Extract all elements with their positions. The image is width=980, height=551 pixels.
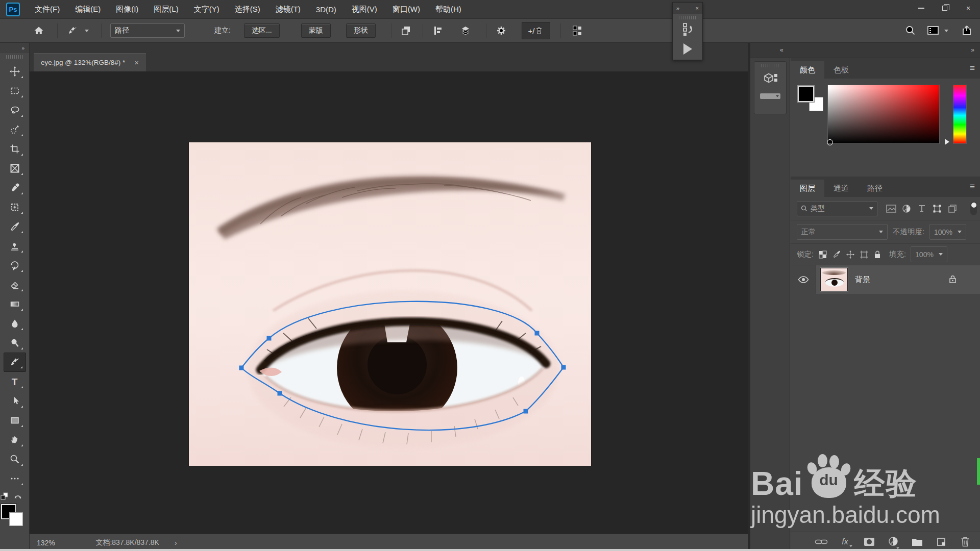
crop-tool[interactable]	[4, 139, 26, 159]
menu-window[interactable]: 窗口(W)	[385, 0, 428, 19]
layer-lock-badge[interactable]	[949, 275, 957, 285]
filter-shape-layers-icon[interactable]	[929, 201, 945, 216]
tab-swatches[interactable]: 色板	[824, 61, 858, 79]
hand-tool[interactable]	[4, 430, 26, 449]
zoom-tool[interactable]	[4, 449, 26, 469]
layer-thumbnail[interactable]	[820, 268, 848, 291]
path-operations-button[interactable]	[398, 19, 414, 42]
pen-tool[interactable]	[4, 353, 26, 372]
floating-panel-close[interactable]: ×	[696, 5, 699, 11]
layer-style-icon[interactable]: fx	[839, 535, 852, 548]
close-button[interactable]: ×	[957, 0, 980, 16]
panel-grip[interactable]	[679, 16, 696, 19]
delete-layer-icon[interactable]	[959, 535, 972, 548]
path-anchor-points[interactable]	[239, 331, 566, 414]
pen-settings-button[interactable]	[493, 19, 509, 42]
filter-toggle[interactable]	[970, 202, 977, 215]
lock-artboard-icon[interactable]	[860, 250, 869, 259]
panel-grip[interactable]	[762, 64, 779, 67]
quick-selection-tool[interactable]	[4, 120, 26, 139]
hue-slider[interactable]	[953, 85, 967, 144]
lock-all-icon[interactable]	[873, 250, 881, 259]
dodge-tool[interactable]	[4, 333, 26, 353]
panel-menu-icon[interactable]: ≡	[970, 182, 975, 192]
make-selection-button[interactable]: 选区...	[244, 23, 280, 38]
edit-toolbar-button[interactable]	[4, 469, 26, 488]
clone-stamp-tool[interactable]	[4, 236, 26, 256]
3d-panel-icon[interactable]	[762, 71, 779, 88]
lock-pixels-icon[interactable]	[832, 250, 841, 259]
eyedropper-tool[interactable]	[4, 178, 26, 197]
add-layer-mask-icon[interactable]	[863, 535, 876, 548]
hue-slider-arrow[interactable]	[945, 139, 949, 145]
pen-tool-preset[interactable]	[64, 19, 89, 42]
lock-transparency-icon[interactable]	[818, 250, 827, 259]
menu-image[interactable]: 图像(I)	[108, 0, 146, 19]
frame-tool[interactable]	[4, 159, 26, 178]
tab-color[interactable]: 颜色	[791, 61, 824, 79]
collapsed-panel-dropdown[interactable]	[760, 93, 780, 99]
history-brush-tool[interactable]	[4, 256, 26, 275]
link-layers-icon[interactable]	[815, 535, 828, 548]
toolbar-grip[interactable]	[6, 55, 23, 59]
play-icon[interactable]	[683, 43, 692, 55]
menu-type[interactable]: 文字(Y)	[186, 0, 227, 19]
restore-states-icon[interactable]	[680, 21, 695, 38]
selected-layer[interactable]: 背景	[816, 265, 980, 294]
layer-visibility-toggle[interactable]	[791, 265, 816, 294]
document-tab-close[interactable]: ×	[134, 58, 139, 67]
path-alignment-button[interactable]	[430, 19, 446, 42]
menu-help[interactable]: 帮助(H)	[428, 0, 469, 19]
menu-filter[interactable]: 滤镜(T)	[268, 0, 308, 19]
layer-row-background[interactable]: 背景	[791, 265, 980, 294]
menu-select[interactable]: 选择(S)	[227, 0, 268, 19]
workspace-switcher[interactable]	[925, 19, 948, 42]
healing-brush-tool[interactable]	[4, 197, 26, 217]
path-arrangement-button[interactable]	[457, 19, 474, 42]
tab-layers[interactable]: 图层	[791, 180, 824, 197]
lasso-tool[interactable]	[4, 101, 26, 120]
default-colors-icon[interactable]	[0, 492, 9, 502]
search-button[interactable]	[902, 19, 919, 42]
document-info[interactable]: 文档:837.8K/837.8K ›	[72, 538, 200, 547]
home-button[interactable]	[31, 19, 47, 42]
document-tab[interactable]: eye.jpg @ 132%(RGB/8#) * ×	[34, 53, 146, 71]
filter-pixel-layers-icon[interactable]	[884, 201, 899, 216]
status-expand-chevron[interactable]: ›	[175, 539, 177, 547]
pen-path-overlay[interactable]	[189, 142, 591, 466]
menu-view[interactable]: 视图(V)	[344, 0, 385, 19]
auto-add-delete-toggle[interactable]: +/	[522, 22, 550, 39]
make-mask-button[interactable]: 蒙版	[301, 23, 331, 38]
type-tool[interactable]: T	[4, 372, 26, 391]
tab-paths[interactable]: 路径	[858, 180, 892, 197]
background-color-swatch[interactable]	[9, 512, 23, 526]
tab-channels[interactable]: 通道	[824, 180, 858, 197]
gradient-tool[interactable]	[4, 294, 26, 314]
brush-tool[interactable]	[4, 217, 26, 236]
zoom-level-field[interactable]: 132%	[37, 539, 72, 547]
toolbar-collapse[interactable]: »	[0, 43, 29, 53]
collapsed-panel-well[interactable]	[754, 61, 787, 114]
collapse-panels-button[interactable]: »	[971, 46, 975, 54]
menu-file[interactable]: 文件(F)	[27, 0, 67, 19]
rectangle-tool[interactable]	[4, 411, 26, 430]
menu-edit[interactable]: 编辑(E)	[67, 0, 108, 19]
constrain-path-button[interactable]	[570, 19, 586, 42]
make-shape-button[interactable]: 形状	[346, 23, 376, 38]
move-tool[interactable]	[4, 62, 26, 81]
eraser-tool[interactable]	[4, 275, 26, 294]
panel-menu-icon[interactable]: ≡	[970, 63, 975, 73]
minimize-button[interactable]	[910, 0, 933, 16]
filter-smart-objects-icon[interactable]	[945, 201, 960, 216]
foreground-color-swatch[interactable]	[798, 86, 814, 102]
eye-image[interactable]	[189, 142, 591, 466]
expand-panels-button[interactable]: «	[780, 46, 784, 54]
adjustment-layer-icon[interactable]	[887, 535, 900, 548]
restore-button[interactable]	[933, 0, 957, 16]
layer-filter-search[interactable]: 类型	[797, 201, 877, 216]
tool-mode-dropdown[interactable]: 路径	[110, 19, 185, 42]
rectangular-marquee-tool[interactable]	[4, 81, 26, 101]
new-layer-icon[interactable]	[935, 535, 948, 548]
new-group-icon[interactable]	[911, 535, 924, 548]
path-selection-tool[interactable]	[4, 391, 26, 411]
